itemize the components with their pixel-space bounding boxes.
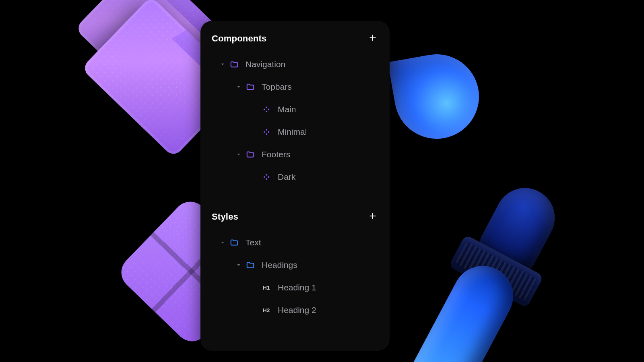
heading-badge-icon: H2 — [261, 304, 272, 316]
plus-icon — [369, 212, 377, 222]
folder-icon — [245, 149, 256, 160]
caret-down-icon — [235, 152, 242, 156]
caret-down-icon — [235, 85, 242, 89]
decorative-droplet — [388, 47, 485, 145]
tree-item-label: Main — [278, 105, 296, 114]
caret-down-icon — [235, 263, 242, 267]
plus-icon — [369, 34, 377, 43]
styles-section: Styles Text — [200, 199, 390, 332]
folder-icon — [245, 259, 256, 271]
component-icon — [261, 104, 272, 115]
tree-component-minimal[interactable]: Minimal — [212, 121, 378, 143]
tree-style-heading1[interactable]: H1 Heading 1 — [212, 276, 378, 299]
tree-item-label: Topbars — [262, 82, 292, 92]
add-component-button[interactable] — [367, 33, 378, 44]
folder-icon — [229, 237, 240, 248]
tree-item-label: Text — [246, 238, 261, 247]
component-icon — [261, 171, 272, 183]
caret-down-icon — [219, 62, 226, 66]
components-section: Components Navigation — [200, 21, 390, 199]
folder-icon — [245, 81, 256, 93]
component-icon — [261, 126, 272, 138]
tree-item-label: Footers — [262, 150, 290, 159]
tree-item-label: Minimal — [278, 127, 307, 137]
heading-badge-icon: H1 — [261, 282, 272, 293]
folder-icon — [229, 59, 240, 70]
tree-item-label: Heading 2 — [278, 305, 316, 315]
tree-component-dark[interactable]: Dark — [212, 166, 378, 188]
components-title: Components — [212, 33, 266, 44]
add-style-button[interactable] — [367, 211, 378, 222]
caret-down-icon — [219, 241, 226, 245]
tree-item-label: Navigation — [246, 60, 285, 69]
tree-folder-footers[interactable]: Footers — [212, 143, 378, 166]
tree-folder-topbars[interactable]: Topbars — [212, 76, 378, 98]
tree-component-main[interactable]: Main — [212, 98, 378, 121]
tree-style-heading2[interactable]: H2 Heading 2 — [212, 299, 378, 321]
tree-folder-headings[interactable]: Headings — [212, 254, 378, 276]
tree-item-label: Heading 1 — [278, 283, 316, 292]
tree-folder-navigation[interactable]: Navigation — [212, 53, 378, 76]
styles-title: Styles — [212, 212, 238, 222]
tree-item-label: Dark — [278, 172, 295, 182]
tree-folder-text[interactable]: Text — [212, 231, 378, 254]
tree-item-label: Headings — [262, 260, 297, 270]
assets-panel: Components Navigation — [200, 21, 390, 351]
